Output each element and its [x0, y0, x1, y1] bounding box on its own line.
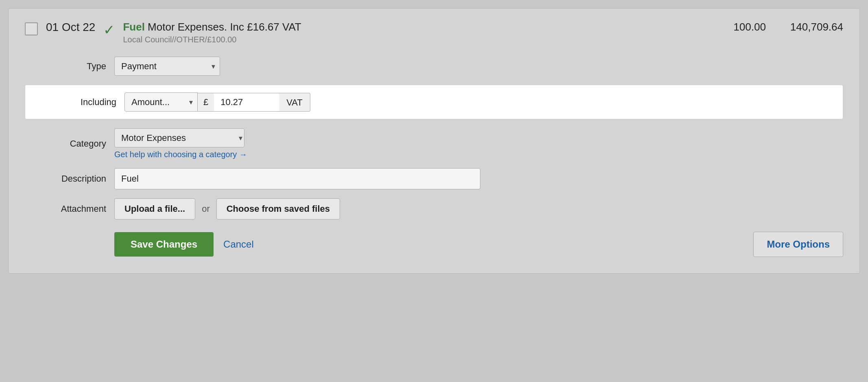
currency-symbol: £	[198, 93, 214, 112]
including-label: Including	[35, 97, 116, 108]
description-row: Description	[25, 168, 843, 189]
row-checkbox[interactable]	[25, 22, 38, 35]
transaction-subtitle: Local Council//OTHER/£100.00	[123, 35, 733, 44]
title-rest: Motor Expenses. Inc £16.67 VAT	[145, 21, 301, 33]
checkbox-wrapper	[25, 22, 38, 37]
amount-2: 140,709.64	[790, 21, 843, 33]
transaction-title: Fuel Motor Expenses. Inc £16.67 VAT	[123, 21, 733, 33]
type-label: Type	[25, 61, 106, 72]
including-inner: Amount... Percentage £ VAT	[124, 92, 310, 112]
category-row: Category Motor Expenses Fuel General Exp…	[25, 128, 843, 159]
amount-type-select[interactable]: Amount... Percentage	[124, 92, 198, 112]
or-text: or	[202, 204, 210, 214]
category-select[interactable]: Motor Expenses Fuel General Expenses	[114, 128, 244, 147]
amount-input[interactable]	[214, 93, 279, 112]
attachment-row: Attachment Upload a file... or Choose fr…	[25, 198, 843, 220]
type-select[interactable]: Payment Receipt Transfer	[114, 57, 220, 76]
upload-file-button[interactable]: Upload a file...	[114, 198, 195, 220]
more-options-button[interactable]: More Options	[753, 232, 843, 257]
category-select-wrapper: Motor Expenses Fuel General Expenses	[114, 128, 247, 147]
choose-saved-files-button[interactable]: Choose from saved files	[216, 198, 340, 220]
page-container: 01 Oct 22 ✓ Fuel Motor Expenses. Inc £16…	[0, 0, 868, 382]
including-box: Including Amount... Percentage £ VAT	[25, 85, 843, 119]
attachment-controls: Upload a file... or Choose from saved fi…	[114, 198, 340, 220]
description-input[interactable]	[114, 168, 480, 189]
type-select-wrapper: Payment Receipt Transfer	[114, 57, 220, 76]
top-row: 01 Oct 22 ✓ Fuel Motor Expenses. Inc £16…	[25, 21, 843, 44]
transaction-date: 01 Oct 22	[46, 21, 95, 34]
cancel-button[interactable]: Cancel	[223, 232, 254, 257]
attachment-label: Attachment	[25, 204, 106, 214]
description-label: Description	[25, 173, 106, 184]
type-row: Type Payment Receipt Transfer	[25, 57, 843, 76]
form-section: Type Payment Receipt Transfer Including …	[25, 57, 843, 257]
checkmark-icon: ✓	[103, 22, 115, 38]
top-row-amounts: 100.00 140,709.64	[733, 21, 843, 33]
transaction-info: Fuel Motor Expenses. Inc £16.67 VAT Loca…	[123, 21, 733, 44]
category-label: Category	[25, 138, 106, 149]
transaction-card: 01 Oct 22 ✓ Fuel Motor Expenses. Inc £16…	[8, 8, 860, 274]
save-changes-button[interactable]: Save Changes	[114, 232, 214, 257]
title-fuel: Fuel	[123, 21, 144, 33]
category-help-link[interactable]: Get help with choosing a category →	[114, 150, 247, 159]
category-wrapper: Motor Expenses Fuel General Expenses Get…	[114, 128, 247, 159]
vat-button[interactable]: VAT	[279, 93, 310, 112]
amount-select-wrapper: Amount... Percentage	[124, 92, 198, 112]
bottom-row: Save Changes Cancel More Options	[25, 232, 843, 257]
amount-1: 100.00	[733, 21, 766, 33]
top-row-left: 01 Oct 22 ✓ Fuel Motor Expenses. Inc £16…	[25, 21, 733, 44]
